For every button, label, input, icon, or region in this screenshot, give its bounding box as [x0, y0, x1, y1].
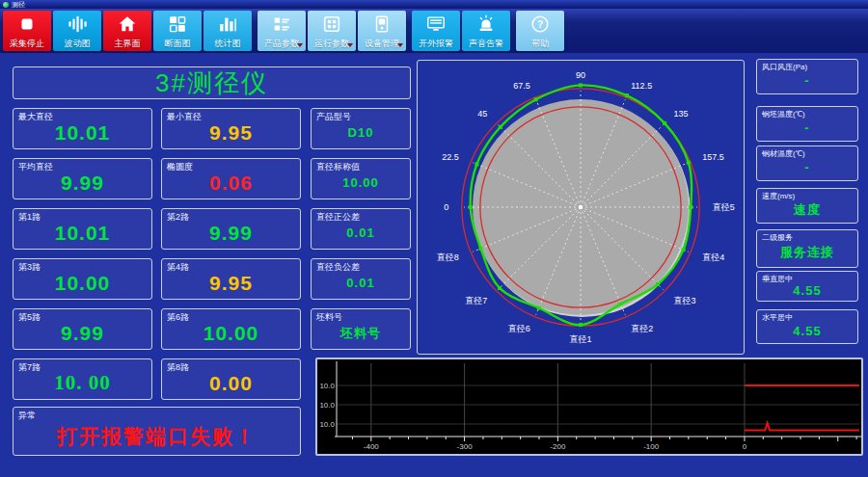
- svg-text:90: 90: [576, 70, 585, 80]
- cross-section-panel: 90112.5135157.5直径5直径4直径3直径2直径1直径6直径7直径80…: [417, 60, 745, 355]
- toolbar-button-label: 声音告警: [469, 39, 503, 48]
- stop-icon: [16, 13, 38, 35]
- cell-value: 0.01: [312, 217, 410, 249]
- cell-value: 10.00: [162, 317, 300, 349]
- svg-text:10.0: 10.0: [319, 401, 335, 410]
- plus-tolerance: 直径正公差0.01: [311, 208, 411, 250]
- sound-alarm-button[interactable]: 声音告警: [462, 11, 510, 51]
- help-button[interactable]: ?帮助: [516, 11, 564, 51]
- status-value: 4.55: [757, 279, 857, 301]
- device-management-button[interactable]: 设备管理: [358, 11, 406, 51]
- product-params-icon: [271, 13, 292, 35]
- run-params-icon: [321, 13, 342, 35]
- svg-text:112.5: 112.5: [631, 81, 652, 91]
- cell-value: 10.01: [14, 217, 151, 249]
- svg-text:0: 0: [444, 202, 448, 212]
- status-value: -: [757, 67, 857, 93]
- svg-text:-400: -400: [364, 442, 380, 451]
- billet-number: 坯料号坯料号: [311, 308, 411, 350]
- dropdown-arrow-icon: [347, 43, 353, 47]
- svg-text:-100: -100: [643, 442, 660, 451]
- svg-text:135: 135: [674, 109, 689, 119]
- app-icon: [3, 2, 9, 8]
- status-value: 4.55: [757, 318, 857, 343]
- svg-text:直径8: 直径8: [437, 252, 459, 262]
- svg-text:-200: -200: [550, 442, 566, 451]
- home-icon: [117, 13, 138, 35]
- abnormal-panel: 异常 打开报警端口失败！: [13, 407, 301, 456]
- toolbar-button-label: 波动图: [65, 39, 91, 48]
- svg-text:157.5: 157.5: [702, 152, 724, 162]
- section-icon: [167, 13, 188, 35]
- svg-text:45: 45: [477, 109, 487, 119]
- status-value: 速度: [757, 197, 857, 223]
- nominal-diameter: 直径标称值10.00: [311, 158, 411, 199]
- vertical-centering: 垂直居中4.55: [756, 271, 858, 302]
- cell-value: 10.01: [14, 117, 151, 148]
- svg-text:直径4: 直径4: [702, 252, 724, 262]
- status-value: 服务连接: [757, 238, 857, 267]
- speed: 速度(m/s)速度: [756, 188, 858, 224]
- cell-value: D10: [312, 117, 410, 148]
- dropdown-arrow-icon: [397, 43, 403, 47]
- steel-temperature: 钢材温度(℃)-: [756, 146, 858, 181]
- titlebar: 测径: [0, 0, 868, 9]
- air-pressure: 风口风压(Pa)-: [756, 59, 858, 94]
- status-value: -: [757, 154, 857, 180]
- help-icon: ?: [529, 13, 551, 35]
- svg-text:直径5: 直径5: [713, 202, 735, 212]
- channel-6: 第6路10.00: [161, 308, 301, 350]
- product-params-button[interactable]: 产品参数: [258, 11, 306, 51]
- external-alarm-button[interactable]: 开外报警: [412, 11, 460, 51]
- toolbar-button-label: 主界面: [115, 39, 141, 48]
- cell-value: 9.99: [14, 167, 151, 199]
- measuring-app-window: { "window": { "title": "测径" }, "colors":…: [0, 0, 868, 477]
- ovality: 椭圆度0.06: [161, 158, 301, 199]
- channel-1: 第1路10.01: [13, 208, 152, 250]
- avg-diameter: 平均直径9.99: [13, 158, 152, 199]
- svg-text:0: 0: [743, 442, 747, 451]
- svg-text:22.5: 22.5: [442, 152, 459, 162]
- run-params-button[interactable]: 运行参数: [308, 11, 356, 51]
- svg-text:10.0: 10.0: [319, 382, 335, 390]
- statistics-chart-button[interactable]: 统计图: [203, 11, 252, 51]
- horizontal-centering: 水平居中4.55: [756, 309, 858, 344]
- svg-text:67.5: 67.5: [513, 81, 530, 91]
- toolbar-button-label: 统计图: [215, 39, 241, 48]
- cell-value: 10.00: [14, 267, 151, 299]
- dropdown-arrow-icon: [297, 43, 303, 47]
- cell-value: 9.99: [14, 317, 151, 349]
- svg-text:-300: -300: [457, 442, 474, 451]
- cell-value: 10.00: [312, 167, 410, 199]
- product-model: 产品型号D10: [311, 108, 411, 149]
- device-title: 3#测径仪: [13, 66, 411, 99]
- main-screen-button[interactable]: 主界面: [103, 11, 151, 51]
- svg-text:直径3: 直径3: [674, 296, 696, 305]
- stats-icon: [217, 13, 238, 35]
- monitor-icon: [425, 13, 447, 35]
- alarm-message: 打开报警端口失败！: [14, 417, 300, 455]
- toolbar-button-label: 运行参数: [314, 39, 349, 48]
- toolbar-button-label: 开外报警: [419, 39, 453, 48]
- svg-text:?: ?: [537, 19, 543, 30]
- cell-value: 9.99: [162, 217, 300, 249]
- svg-text:直径2: 直径2: [631, 324, 653, 333]
- cell-value: 0.01: [312, 267, 410, 299]
- status-value: -: [757, 115, 857, 141]
- window-title: 测径: [12, 1, 25, 9]
- svg-text:直径1: 直径1: [569, 334, 591, 344]
- cell-value: 坯料号: [312, 317, 410, 349]
- max-diameter: 最大直径10.01: [13, 108, 152, 149]
- cell-value: 0.06: [162, 167, 300, 199]
- channel-3: 第3路10.00: [13, 258, 152, 300]
- device-icon: [371, 13, 393, 35]
- stop-acquisition-button[interactable]: 采集停止: [3, 11, 51, 51]
- cell-value: 10. 00: [14, 367, 151, 399]
- section-chart-button[interactable]: 断面图: [153, 11, 202, 51]
- cell-value: 0.00: [162, 367, 300, 399]
- toolbar-button-label: 帮助: [531, 39, 549, 48]
- wave-chart-button[interactable]: 波动图: [53, 11, 101, 51]
- min-diameter: 最小直径9.95: [161, 108, 301, 149]
- cell-value: 9.95: [162, 117, 300, 148]
- minus-tolerance: 直径负公差0.01: [311, 258, 411, 300]
